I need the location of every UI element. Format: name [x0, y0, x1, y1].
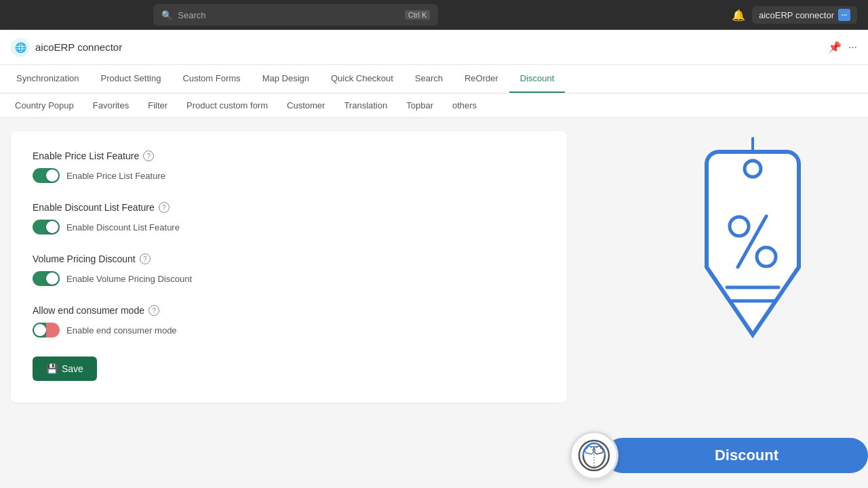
- tab-quick-checkout[interactable]: Quick Checkout: [320, 65, 404, 93]
- tab-row-1: SynchronizationProduct SettingCustom For…: [0, 65, 868, 94]
- setting-label-end-consumer: Allow end consumer mode?: [33, 305, 545, 316]
- tab-map-design[interactable]: Map Design: [252, 65, 320, 93]
- main-content: Enable Price List Feature?Enable Price L…: [0, 118, 868, 479]
- connector-name: aicoERP connector: [759, 10, 834, 20]
- tab2-filter[interactable]: Filter: [138, 94, 177, 117]
- setting-row-price-list: Enable Price List Feature?Enable Price L…: [33, 150, 545, 183]
- setting-label-text-discount-list: Enable Discount List Feature: [33, 202, 155, 213]
- toggle-row-end-consumer: Enable end consumer mode: [33, 323, 545, 338]
- toggle-row-discount-list: Enable Discount List Feature: [33, 220, 545, 235]
- tab2-favorites[interactable]: Favorites: [83, 94, 138, 117]
- setting-label-text-end-consumer: Allow end consumer mode: [33, 305, 144, 316]
- app-header-right: 📌 ···: [828, 41, 857, 54]
- save-icon: 💾: [46, 363, 58, 374]
- save-label: Save: [62, 363, 83, 374]
- help-icon-discount-list[interactable]: ?: [159, 202, 170, 213]
- setting-row-end-consumer: Allow end consumer mode?Enable end consu…: [33, 305, 545, 338]
- svg-point-0: [745, 161, 761, 177]
- tab-row-2: Country PopupFavoritesFilterProduct cust…: [0, 94, 868, 118]
- toggle-volume-pricing[interactable]: [33, 271, 60, 286]
- app-header: 🌐 aicoERP connector 📌 ···: [0, 30, 868, 65]
- toggle-row-volume-pricing: Enable Volume Pricing Discount: [33, 271, 545, 286]
- toggle-label-volume-pricing: Enable Volume Pricing Discount: [66, 274, 192, 284]
- toggle-label-discount-list: Enable Discount List Feature: [66, 222, 180, 232]
- tab-search[interactable]: Search: [404, 65, 454, 93]
- tab-discount[interactable]: Discount: [509, 65, 566, 93]
- setting-label-discount-list: Enable Discount List Feature?: [33, 202, 545, 213]
- toggle-end-consumer[interactable]: [33, 323, 60, 338]
- logo-icon: 🌐: [11, 38, 30, 57]
- bell-icon[interactable]: 🔔: [732, 9, 745, 22]
- setting-row-volume-pricing: Volume Pricing Discount?Enable Volume Pr…: [33, 253, 545, 286]
- help-icon-volume-pricing[interactable]: ?: [140, 253, 151, 264]
- setting-label-text-volume-pricing: Volume Pricing Discount: [33, 253, 136, 264]
- help-icon-price-list[interactable]: ?: [143, 150, 154, 161]
- save-button[interactable]: 💾Save: [33, 357, 97, 381]
- tab-custom-forms[interactable]: Custom Forms: [172, 65, 251, 93]
- settings-card: Enable Price List Feature?Enable Price L…: [11, 131, 567, 403]
- svg-point-2: [730, 217, 749, 236]
- search-bar[interactable]: 🔍 Search Ctrl K: [153, 4, 438, 26]
- tab2-country-popup[interactable]: Country Popup: [5, 94, 83, 117]
- toggle-row-price-list: Enable Price List Feature: [33, 168, 545, 183]
- tab2-translation[interactable]: Translation: [334, 94, 397, 117]
- help-icon-end-consumer[interactable]: ?: [149, 305, 159, 316]
- toggle-price-list[interactable]: [33, 168, 60, 183]
- banner-text: Discount: [715, 447, 778, 464]
- setting-label-price-list: Enable Price List Feature?: [33, 150, 545, 161]
- tab2-topbar[interactable]: Topbar: [397, 94, 443, 117]
- topbar: 🔍 Search Ctrl K 🔔 aicoERP connector ···: [0, 0, 868, 30]
- search-placeholder: Search: [178, 10, 205, 20]
- svg-point-3: [757, 247, 776, 266]
- toggle-discount-list[interactable]: [33, 220, 60, 235]
- tab2-product-custom-form[interactable]: Product custom form: [177, 94, 277, 117]
- pin-icon[interactable]: 📌: [828, 41, 842, 54]
- toggle-label-end-consumer: Enable end consumer mode: [66, 325, 177, 336]
- setting-label-text-price-list: Enable Price List Feature: [33, 150, 139, 161]
- search-shortcut: Ctrl K: [405, 10, 431, 20]
- setting-label-volume-pricing: Volume Pricing Discount?: [33, 253, 545, 264]
- toggle-label-price-list: Enable Price List Feature: [66, 171, 165, 181]
- tab-reorder[interactable]: ReOrder: [454, 65, 509, 93]
- app-title: aicoERP connector: [35, 41, 122, 53]
- bottom-banner: Discount: [570, 432, 868, 479]
- svg-line-4: [738, 216, 766, 267]
- tab-synchronization[interactable]: Synchronization: [5, 65, 90, 93]
- setting-row-discount-list: Enable Discount List Feature?Enable Disc…: [33, 202, 545, 235]
- banner-circle-icon: [570, 431, 618, 480]
- connector-abbr: ···: [838, 9, 850, 21]
- connector-badge: aicoERP connector ···: [752, 6, 857, 24]
- tab2-customer[interactable]: Customer: [277, 94, 334, 117]
- discount-illustration: [678, 131, 814, 362]
- app-logo: 🌐 aicoERP connector: [11, 38, 122, 57]
- tab2-others[interactable]: others: [443, 94, 486, 117]
- tab-product-setting[interactable]: Product Setting: [90, 65, 172, 93]
- banner-text-box: Discount: [605, 438, 868, 473]
- more-icon[interactable]: ···: [848, 41, 857, 54]
- topbar-right: 🔔 aicoERP connector ···: [732, 6, 857, 24]
- search-icon: 🔍: [161, 10, 172, 20]
